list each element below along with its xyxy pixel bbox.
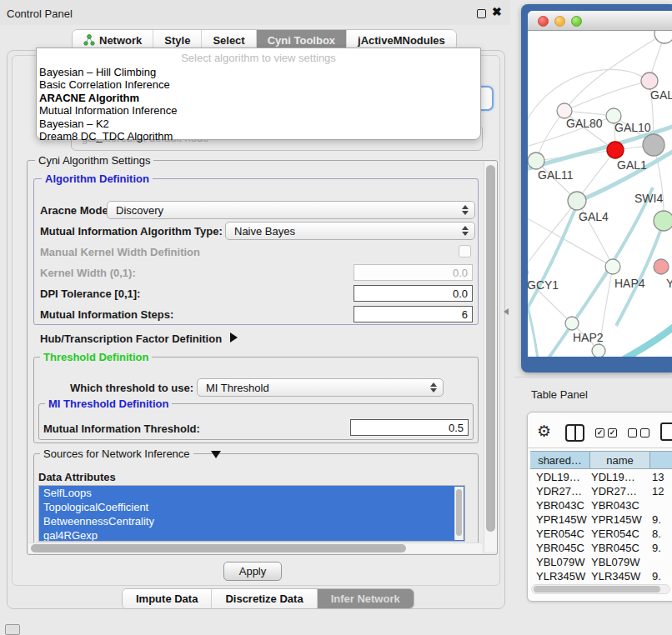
settings-horizontal-scrollbar-thumb[interactable] [31, 544, 406, 552]
mi-steps-label: Mutual Information Steps: [40, 308, 173, 321]
attribute-item[interactable]: TopologicalCoefficient [39, 500, 464, 514]
table-row[interactable]: YPR145WYPR145W9. [530, 512, 672, 527]
settings-vertical-scrollbar[interactable] [484, 162, 497, 552]
settings-vertical-scrollbar-thumb[interactable] [486, 165, 495, 532]
dpi-tolerance-value: 0.0 [453, 288, 468, 300]
control-panel-titlebar: Control Panel ✖ [0, 0, 510, 25]
gear-icon[interactable]: ⚙ [537, 422, 551, 441]
network-node[interactable] [643, 134, 664, 156]
which-threshold-combobox[interactable]: MI Threshold [197, 378, 444, 397]
aracne-mode-combobox[interactable]: Discovery [107, 201, 475, 219]
algorithm-dropdown: Select algorithm to view settings Bayesi… [36, 48, 481, 140]
spinner-arrows-icon [462, 226, 469, 236]
network-canvas[interactable]: GAL7GAL80GAL10GAL1GAL11GAL4SWI4HAP4YGCY1… [528, 31, 672, 357]
network-node[interactable] [568, 192, 586, 210]
attribute-item[interactable]: BetweennessCentrality [39, 514, 464, 528]
network-node[interactable] [641, 72, 658, 89]
mi-steps-field[interactable]: 6 [354, 306, 473, 322]
network-tab-icon [83, 34, 95, 46]
column-header-name[interactable]: name [590, 452, 650, 468]
dropdown-placeholder: Select algorithm to view settings [37, 51, 480, 66]
data-attributes-list: SelfLoops TopologicalCoefficient Between… [38, 485, 465, 542]
tab-impute-data[interactable]: Impute Data [123, 589, 212, 608]
float-panel-icon[interactable] [477, 9, 486, 18]
network-node[interactable] [565, 317, 579, 330]
toolbar-divider [528, 448, 672, 448]
aracne-mode-label: Aracne Mode: [40, 204, 112, 217]
kernel-width-field[interactable]: 0.0 [354, 264, 473, 281]
network-node[interactable] [528, 152, 544, 169]
split-pane-handle[interactable] [504, 308, 509, 315]
network-node[interactable] [654, 31, 672, 43]
bottom-tabbar: Impute Data Discretize Data Infer Networ… [122, 588, 414, 609]
table-cell: YDL19… [530, 470, 587, 484]
check-all-icon[interactable]: ✓ [608, 428, 617, 438]
table-panel-title: Table Panel [531, 388, 588, 401]
table-row[interactable]: YDL19…YDL19…13 [530, 470, 672, 484]
check-all-icon[interactable]: ✓ [595, 428, 604, 438]
network-node[interactable] [654, 259, 669, 274]
expand-hub-icon[interactable] [230, 332, 238, 342]
column-header-shared-name[interactable]: shared… [530, 452, 590, 468]
mi-threshold-field[interactable]: 0.5 [350, 419, 469, 436]
table-row[interactable]: YER054CYER054C8. [530, 527, 672, 541]
attribute-item[interactable]: SelfLoops [39, 486, 464, 500]
manual-kernel-width-checkbox[interactable] [459, 245, 471, 258]
network-node-label: GAL80 [566, 117, 603, 130]
which-threshold-value: MI Threshold [206, 382, 269, 394]
table-cell: 9. [645, 569, 672, 583]
mi-steps-value: 6 [462, 308, 468, 321]
table-row[interactable]: YDR27…YDR27…12 [530, 484, 672, 498]
network-node-label: GAL4 [579, 210, 609, 223]
table-body: YDL19…YDL19…13YDR27…YDR27…12YBR043CYBR04… [530, 470, 672, 584]
table-cell: YBL079W [587, 555, 645, 569]
dropdown-item[interactable]: Basic Correlation Inference [37, 78, 480, 91]
uncheck-all-icon[interactable] [640, 428, 649, 438]
new-table-icon[interactable] [660, 422, 672, 441]
table-horizontal-scrollbar[interactable] [531, 584, 670, 594]
table-cell: YBR043C [587, 498, 645, 512]
dropdown-item[interactable]: Bayesian – K2 [37, 118, 480, 130]
column-header-clipped[interactable] [650, 452, 672, 468]
apply-button[interactable]: Apply [223, 562, 282, 581]
dropdown-item[interactable]: Bayesian – Hill Climbing [37, 66, 480, 78]
table-cell: YPR145W [530, 512, 587, 527]
sources-title: Sources for Network Inference [40, 448, 193, 460]
dropdown-item[interactable]: Mutual Information Inference [37, 104, 480, 117]
dropdown-item-selected[interactable]: ARACNE Algorithm [37, 92, 480, 104]
collapse-sources-icon[interactable] [211, 451, 221, 458]
tab-discretize-data[interactable]: Discretize Data [212, 589, 317, 608]
network-node-label: GAL7 [650, 88, 672, 102]
docked-panel-icon[interactable] [5, 624, 20, 635]
network-node[interactable] [592, 344, 605, 357]
table-row[interactable]: YBR045CYBR045C9. [530, 541, 672, 555]
tab-infer-network[interactable]: Infer Network [318, 589, 414, 608]
mi-threshold-definition-title: MI Threshold Definition [45, 398, 172, 410]
mi-algorithm-type-combobox[interactable]: Naive Bayes [225, 222, 475, 240]
network-node-label: HAP2 [573, 331, 604, 344]
network-node-label: Y [666, 277, 672, 290]
close-traffic-light-icon[interactable] [538, 16, 549, 27]
table-row[interactable]: YBR043CYBR043C [530, 498, 672, 512]
mi-threshold-value: 0.5 [449, 422, 464, 434]
network-window-titlebar[interactable] [528, 11, 672, 31]
attributes-scrollbar[interactable] [454, 487, 464, 540]
network-node[interactable] [605, 259, 620, 274]
table-cell: YBR045C [587, 541, 645, 555]
table-row[interactable]: YBL079WYBL079W [530, 555, 672, 569]
settings-horizontal-scrollbar[interactable] [28, 542, 482, 553]
zoom-traffic-light-icon[interactable] [571, 16, 582, 27]
uncheck-all-icon[interactable] [628, 428, 637, 438]
network-node[interactable] [607, 142, 624, 158]
minimize-traffic-light-icon[interactable] [554, 16, 565, 27]
network-node-label: GCY1 [528, 278, 559, 292]
split-columns-icon[interactable] [565, 424, 584, 442]
dpi-tolerance-field[interactable]: 0.0 [354, 285, 473, 302]
close-panel-icon[interactable]: ✖ [492, 5, 502, 18]
attribute-item[interactable]: gal4RGexp [39, 528, 464, 542]
table-horizontal-scrollbar-thumb[interactable] [534, 586, 660, 592]
table-row[interactable]: YLR345WYLR345W9. [530, 569, 672, 583]
tab-cyni-toolbox-label: Cyni Toolbox [268, 34, 335, 47]
network-node[interactable] [654, 211, 672, 231]
dropdown-item[interactable]: Dream8 DC_TDC Algorithm [37, 130, 480, 142]
